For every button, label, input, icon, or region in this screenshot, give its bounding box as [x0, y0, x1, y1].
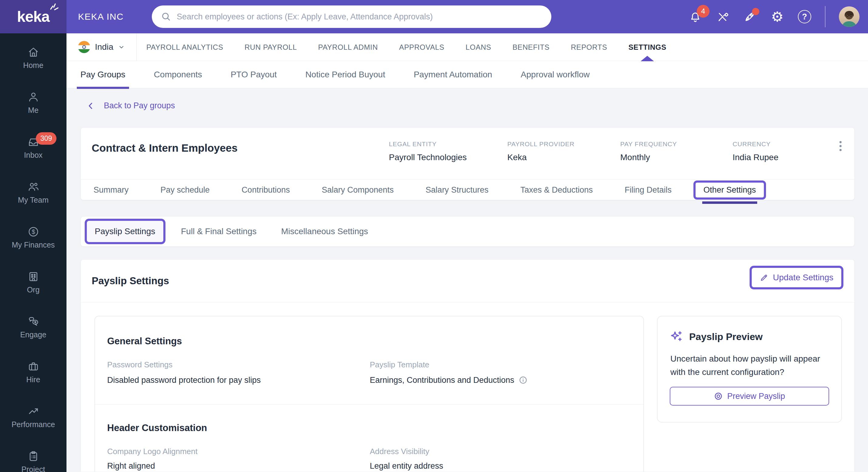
sidebar-item-label: Hire	[26, 375, 40, 384]
nav-loans[interactable]: LOANS	[466, 43, 491, 52]
back-to-pay-groups-link[interactable]: Back to Pay groups	[86, 101, 175, 110]
sidebar-item-my-finances[interactable]: $ My Finances	[0, 226, 66, 249]
meta-legal-entity: LEGAL ENTITY Payroll Technologies	[389, 140, 437, 148]
meta-value: Monthly	[620, 153, 650, 162]
other-settings-tabs: Payslip Settings Full & Final Settings M…	[81, 216, 854, 246]
info-icon[interactable]	[519, 375, 528, 385]
tab-contributions[interactable]: Contributions	[242, 186, 290, 195]
sidebar-item-home[interactable]: Home	[0, 46, 66, 70]
tab-filing-details[interactable]: Filing Details	[625, 186, 672, 195]
sidebar-item-project[interactable]: Project	[0, 450, 66, 472]
payslip-template-label: Payslip Template	[370, 360, 429, 369]
kebab-icon	[839, 141, 842, 143]
nav-payroll-admin[interactable]: PAYROLL ADMIN	[318, 43, 378, 52]
subnav-payment-automation[interactable]: Payment Automation	[414, 70, 492, 79]
gear-icon: ⚙	[771, 10, 783, 24]
nav-reports[interactable]: REPORTS	[571, 43, 607, 52]
sidebar-item-engage[interactable]: Engage	[0, 315, 66, 339]
other-settings-tabs-card: Payslip Settings Full & Final Settings M…	[81, 216, 855, 247]
meta-label: CURRENCY	[733, 140, 771, 148]
country-selector[interactable]: India	[66, 33, 136, 61]
update-settings-button[interactable]: Update Settings	[750, 266, 843, 290]
pay-group-kebab-menu[interactable]	[834, 141, 846, 155]
help-button[interactable]: ?	[798, 10, 811, 24]
country-label: India	[95, 42, 114, 52]
nav-run-payroll[interactable]: RUN PAYROLL	[244, 43, 297, 52]
payslip-preview-title-row: Payslip Preview	[670, 330, 763, 344]
general-settings-panel: General Settings Password Settings Disab…	[94, 316, 644, 472]
topbar-actions: 4 ⚙ ?	[688, 0, 860, 33]
india-flag-icon	[78, 41, 90, 53]
tab-taxes-deductions[interactable]: Taxes & Deductions	[520, 186, 593, 195]
subnav-notice-period-buyout[interactable]: Notice Period Buyout	[305, 70, 385, 79]
whats-new-button[interactable]	[743, 10, 757, 24]
back-link-label: Back to Pay groups	[104, 101, 175, 110]
sidebar-item-performance[interactable]: Performance	[0, 405, 66, 429]
tab-salary-structures[interactable]: Salary Structures	[426, 186, 489, 195]
tab-salary-components[interactable]: Salary Components	[322, 186, 394, 195]
payslip-template-value: Earnings, Contributions and Deductions	[370, 375, 528, 385]
avatar[interactable]	[839, 6, 860, 27]
primary-nav-items: PAYROLL ANALYTICS RUN PAYROLL PAYROLL AD…	[146, 33, 666, 61]
tab-label: Other Settings	[704, 186, 756, 195]
search-icon	[161, 11, 171, 22]
subnav-components[interactable]: Components	[154, 70, 202, 79]
company-name: KEKA INC	[78, 11, 124, 22]
payslip-settings-heading: Payslip Settings	[92, 275, 169, 287]
subnav-pto-payout[interactable]: PTO Payout	[231, 70, 277, 79]
preview-payslip-button[interactable]: Preview Payslip	[670, 387, 829, 406]
nav-approvals[interactable]: APPROVALS	[399, 43, 444, 52]
payslip-preview-description: Uncertain about how payslip will appear …	[670, 352, 827, 379]
meta-label: LEGAL ENTITY	[389, 140, 437, 148]
preview-payslip-label: Preview Payslip	[727, 392, 785, 401]
chevron-down-icon	[118, 44, 125, 50]
engage-icon	[27, 315, 39, 328]
payslip-preview-panel: Payslip Preview Uncertain about how pays…	[657, 316, 842, 423]
tab-miscellaneous-settings[interactable]: Miscellaneous Settings	[281, 227, 368, 236]
meta-label: PAYROLL PROVIDER	[507, 140, 575, 148]
nav-settings[interactable]: SETTINGS	[628, 43, 666, 52]
tab-label: Payslip Settings	[95, 227, 155, 236]
sidebar-item-label: Me	[28, 106, 38, 115]
logo-sparks-icon	[50, 2, 60, 11]
keka-logo[interactable]: keka	[0, 0, 66, 33]
tools-button[interactable]	[716, 10, 730, 24]
sidebar-item-org[interactable]: Org	[0, 271, 66, 294]
meta-payroll-provider: PAYROLL PROVIDER Keka	[507, 140, 575, 148]
sidebar-item-my-team[interactable]: My Team	[0, 181, 66, 204]
tab-summary[interactable]: Summary	[94, 186, 129, 195]
search-input[interactable]	[177, 12, 542, 22]
tab-pay-schedule[interactable]: Pay schedule	[161, 186, 210, 195]
subnav-approval-workflow[interactable]: Approval workflow	[521, 70, 590, 79]
global-search[interactable]	[152, 5, 551, 28]
chevron-left-icon	[86, 101, 95, 110]
rocket-alert-dot	[752, 8, 759, 15]
tab-other-settings[interactable]: Other Settings	[704, 186, 756, 195]
sidebar-item-label: Engage	[20, 330, 46, 339]
password-settings-value: Disabled password protection for pay sli…	[107, 375, 261, 385]
address-visibility-value: Legal entity address	[370, 461, 443, 471]
sidebar-item-inbox[interactable]: 309 Inbox	[0, 136, 66, 160]
help-icon: ?	[798, 10, 811, 23]
hire-icon	[27, 360, 39, 372]
general-settings-heading: General Settings	[107, 335, 182, 347]
tab-full-final-settings[interactable]: Full & Final Settings	[181, 227, 256, 236]
address-visibility-label: Address Visibility	[370, 447, 429, 456]
sidebar-item-hire[interactable]: Hire	[0, 360, 66, 384]
pencil-icon	[760, 273, 769, 282]
notifications-button[interactable]: 4	[688, 10, 702, 24]
sidebar: keka Home Me 309 Inbox	[0, 0, 66, 472]
settings-button[interactable]: ⚙	[770, 10, 784, 24]
tools-icon	[716, 10, 729, 23]
payslip-preview-title: Payslip Preview	[689, 331, 763, 342]
sidebar-item-label: My Team	[18, 196, 49, 204]
sparkle-icon	[670, 330, 684, 344]
sidebar-item-me[interactable]: Me	[0, 91, 66, 115]
pay-group-card: Contract & Intern Employees LEGAL ENTITY…	[81, 127, 855, 200]
primary-nav: India PAYROLL ANALYTICS RUN PAYROLL PAYR…	[66, 33, 868, 61]
performance-icon	[27, 405, 39, 417]
subnav-pay-groups[interactable]: Pay Groups	[81, 70, 125, 79]
nav-benefits[interactable]: BENEFITS	[513, 43, 550, 52]
nav-payroll-analytics[interactable]: PAYROLL ANALYTICS	[146, 43, 223, 52]
tab-payslip-settings[interactable]: Payslip Settings	[95, 227, 155, 236]
